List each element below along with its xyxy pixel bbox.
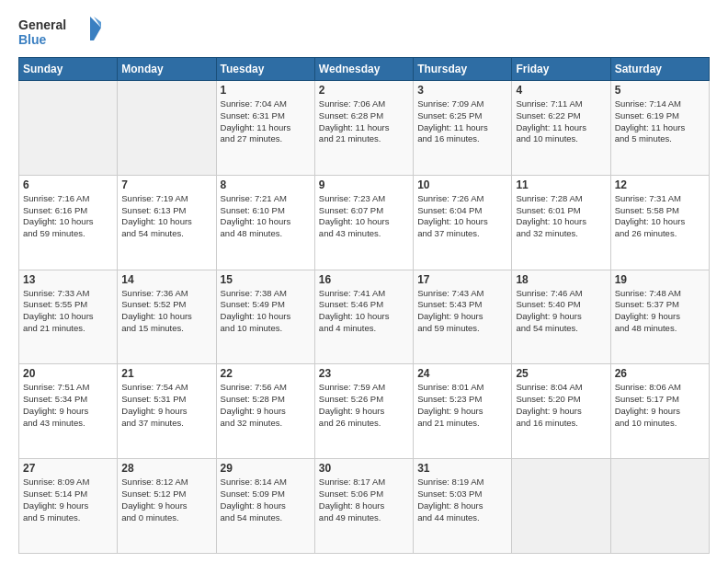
calendar-cell: 22Sunrise: 7:56 AM Sunset: 5:28 PM Dayli… bbox=[216, 364, 314, 459]
day-number: 19 bbox=[615, 273, 705, 286]
calendar-cell: 27Sunrise: 8:09 AM Sunset: 5:14 PM Dayli… bbox=[19, 459, 118, 554]
calendar-cell: 8Sunrise: 7:21 AM Sunset: 6:10 PM Daylig… bbox=[216, 175, 314, 270]
header: General Blue bbox=[18, 15, 710, 50]
header-day-sunday: Sunday bbox=[19, 58, 118, 81]
day-number: 17 bbox=[417, 273, 507, 286]
day-number: 16 bbox=[319, 273, 409, 286]
header-row: SundayMondayTuesdayWednesdayThursdayFrid… bbox=[19, 58, 710, 81]
day-info: Sunrise: 7:43 AM Sunset: 5:43 PM Dayligh… bbox=[417, 288, 507, 335]
calendar-week-4: 27Sunrise: 8:09 AM Sunset: 5:14 PM Dayli… bbox=[19, 459, 710, 554]
day-info: Sunrise: 8:06 AM Sunset: 5:17 PM Dayligh… bbox=[615, 382, 705, 429]
calendar-cell: 31Sunrise: 8:19 AM Sunset: 5:03 PM Dayli… bbox=[414, 459, 512, 554]
calendar-cell: 12Sunrise: 7:31 AM Sunset: 5:58 PM Dayli… bbox=[610, 175, 709, 270]
calendar-cell: 20Sunrise: 7:51 AM Sunset: 5:34 PM Dayli… bbox=[19, 364, 118, 459]
day-number: 14 bbox=[121, 273, 211, 286]
calendar-week-1: 6Sunrise: 7:16 AM Sunset: 6:16 PM Daylig… bbox=[19, 175, 710, 270]
day-info: Sunrise: 8:17 AM Sunset: 5:06 PM Dayligh… bbox=[319, 477, 409, 523]
day-info: Sunrise: 7:14 AM Sunset: 6:19 PM Dayligh… bbox=[615, 98, 705, 145]
calendar-cell bbox=[512, 459, 610, 554]
logo: General Blue bbox=[18, 15, 101, 50]
day-info: Sunrise: 8:01 AM Sunset: 5:23 PM Dayligh… bbox=[417, 382, 507, 429]
calendar-cell: 1Sunrise: 7:04 AM Sunset: 6:31 PM Daylig… bbox=[216, 81, 314, 176]
day-info: Sunrise: 8:09 AM Sunset: 5:14 PM Dayligh… bbox=[23, 477, 113, 523]
day-number: 24 bbox=[417, 367, 507, 380]
calendar-cell: 30Sunrise: 8:17 AM Sunset: 5:06 PM Dayli… bbox=[314, 459, 413, 554]
day-number: 27 bbox=[23, 462, 113, 475]
header-day-monday: Monday bbox=[118, 58, 216, 81]
logo-svg: General Blue bbox=[18, 15, 101, 50]
day-number: 15 bbox=[221, 273, 311, 286]
day-info: Sunrise: 7:11 AM Sunset: 6:22 PM Dayligh… bbox=[516, 98, 606, 145]
day-number: 6 bbox=[23, 178, 113, 191]
day-number: 1 bbox=[221, 84, 311, 97]
day-number: 28 bbox=[121, 462, 211, 475]
day-info: Sunrise: 8:04 AM Sunset: 5:20 PM Dayligh… bbox=[516, 382, 606, 429]
calendar-cell: 24Sunrise: 8:01 AM Sunset: 5:23 PM Dayli… bbox=[414, 364, 512, 459]
calendar-week-2: 13Sunrise: 7:33 AM Sunset: 5:55 PM Dayli… bbox=[19, 270, 710, 364]
day-info: Sunrise: 7:21 AM Sunset: 6:10 PM Dayligh… bbox=[221, 193, 311, 240]
day-info: Sunrise: 7:46 AM Sunset: 5:40 PM Dayligh… bbox=[516, 288, 606, 335]
calendar-table: SundayMondayTuesdayWednesdayThursdayFrid… bbox=[18, 57, 710, 554]
day-info: Sunrise: 7:48 AM Sunset: 5:37 PM Dayligh… bbox=[615, 288, 705, 335]
day-number: 29 bbox=[221, 462, 311, 475]
calendar-cell: 16Sunrise: 7:41 AM Sunset: 5:46 PM Dayli… bbox=[314, 270, 413, 364]
day-info: Sunrise: 7:51 AM Sunset: 5:34 PM Dayligh… bbox=[23, 382, 113, 429]
svg-text:Blue: Blue bbox=[18, 32, 47, 47]
day-info: Sunrise: 7:31 AM Sunset: 5:58 PM Dayligh… bbox=[615, 193, 705, 240]
day-number: 3 bbox=[417, 84, 507, 97]
calendar-cell: 25Sunrise: 8:04 AM Sunset: 5:20 PM Dayli… bbox=[512, 364, 610, 459]
calendar-cell: 26Sunrise: 8:06 AM Sunset: 5:17 PM Dayli… bbox=[610, 364, 709, 459]
calendar-cell: 13Sunrise: 7:33 AM Sunset: 5:55 PM Dayli… bbox=[19, 270, 118, 364]
calendar-cell: 14Sunrise: 7:36 AM Sunset: 5:52 PM Dayli… bbox=[118, 270, 216, 364]
day-info: Sunrise: 7:36 AM Sunset: 5:52 PM Dayligh… bbox=[121, 288, 211, 335]
calendar-cell bbox=[19, 81, 118, 176]
calendar-cell: 3Sunrise: 7:09 AM Sunset: 6:25 PM Daylig… bbox=[414, 81, 512, 176]
calendar-cell bbox=[118, 81, 216, 176]
header-day-thursday: Thursday bbox=[414, 58, 512, 81]
calendar-cell: 23Sunrise: 7:59 AM Sunset: 5:26 PM Dayli… bbox=[314, 364, 413, 459]
day-info: Sunrise: 7:59 AM Sunset: 5:26 PM Dayligh… bbox=[319, 382, 409, 429]
day-info: Sunrise: 7:41 AM Sunset: 5:46 PM Dayligh… bbox=[319, 288, 409, 335]
day-info: Sunrise: 7:04 AM Sunset: 6:31 PM Dayligh… bbox=[221, 98, 311, 145]
day-number: 8 bbox=[221, 178, 311, 191]
day-number: 12 bbox=[615, 178, 705, 191]
day-info: Sunrise: 7:19 AM Sunset: 6:13 PM Dayligh… bbox=[121, 193, 211, 240]
day-number: 22 bbox=[221, 367, 311, 380]
header-day-friday: Friday bbox=[512, 58, 610, 81]
svg-text:General: General bbox=[18, 17, 66, 32]
day-info: Sunrise: 7:56 AM Sunset: 5:28 PM Dayligh… bbox=[221, 382, 311, 429]
calendar-cell: 17Sunrise: 7:43 AM Sunset: 5:43 PM Dayli… bbox=[414, 270, 512, 364]
header-day-wednesday: Wednesday bbox=[314, 58, 413, 81]
day-number: 31 bbox=[417, 462, 507, 475]
day-number: 2 bbox=[319, 84, 409, 97]
day-info: Sunrise: 7:33 AM Sunset: 5:55 PM Dayligh… bbox=[23, 288, 113, 335]
calendar-cell: 10Sunrise: 7:26 AM Sunset: 6:04 PM Dayli… bbox=[414, 175, 512, 270]
day-info: Sunrise: 8:12 AM Sunset: 5:12 PM Dayligh… bbox=[121, 477, 211, 523]
calendar-cell: 6Sunrise: 7:16 AM Sunset: 6:16 PM Daylig… bbox=[19, 175, 118, 270]
calendar-cell: 2Sunrise: 7:06 AM Sunset: 6:28 PM Daylig… bbox=[314, 81, 413, 176]
day-number: 7 bbox=[121, 178, 211, 191]
calendar-cell: 29Sunrise: 8:14 AM Sunset: 5:09 PM Dayli… bbox=[216, 459, 314, 554]
calendar-week-0: 1Sunrise: 7:04 AM Sunset: 6:31 PM Daylig… bbox=[19, 81, 710, 176]
page: General Blue SundayMondayTuesdayWednesda… bbox=[0, 0, 728, 563]
header-day-saturday: Saturday bbox=[610, 58, 709, 81]
calendar-cell: 28Sunrise: 8:12 AM Sunset: 5:12 PM Dayli… bbox=[118, 459, 216, 554]
day-number: 21 bbox=[121, 367, 211, 380]
calendar-cell: 7Sunrise: 7:19 AM Sunset: 6:13 PM Daylig… bbox=[118, 175, 216, 270]
calendar-header: SundayMondayTuesdayWednesdayThursdayFrid… bbox=[19, 58, 710, 81]
day-number: 23 bbox=[319, 367, 409, 380]
day-number: 5 bbox=[615, 84, 705, 97]
calendar-cell: 15Sunrise: 7:38 AM Sunset: 5:49 PM Dayli… bbox=[216, 270, 314, 364]
day-info: Sunrise: 8:14 AM Sunset: 5:09 PM Dayligh… bbox=[221, 477, 311, 523]
header-day-tuesday: Tuesday bbox=[216, 58, 314, 81]
day-number: 10 bbox=[417, 178, 507, 191]
day-info: Sunrise: 7:26 AM Sunset: 6:04 PM Dayligh… bbox=[417, 193, 507, 240]
calendar-cell: 5Sunrise: 7:14 AM Sunset: 6:19 PM Daylig… bbox=[610, 81, 709, 176]
calendar-body: 1Sunrise: 7:04 AM Sunset: 6:31 PM Daylig… bbox=[19, 81, 710, 554]
day-number: 11 bbox=[516, 178, 606, 191]
calendar-cell: 4Sunrise: 7:11 AM Sunset: 6:22 PM Daylig… bbox=[512, 81, 610, 176]
day-info: Sunrise: 7:06 AM Sunset: 6:28 PM Dayligh… bbox=[319, 98, 409, 145]
day-info: Sunrise: 7:38 AM Sunset: 5:49 PM Dayligh… bbox=[221, 288, 311, 335]
calendar-week-3: 20Sunrise: 7:51 AM Sunset: 5:34 PM Dayli… bbox=[19, 364, 710, 459]
day-info: Sunrise: 7:54 AM Sunset: 5:31 PM Dayligh… bbox=[121, 382, 211, 429]
